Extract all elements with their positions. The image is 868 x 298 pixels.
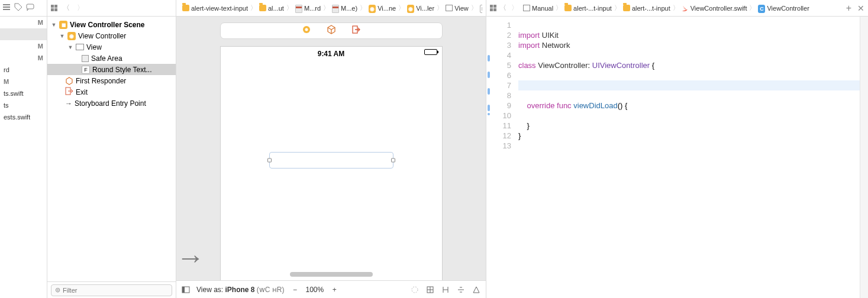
canvas-area[interactable]: 9:41 AM → bbox=[176, 17, 486, 280]
object-exit-icon[interactable] bbox=[351, 25, 361, 37]
tree-exit[interactable]: Exit bbox=[47, 86, 176, 98]
speech-icon[interactable] bbox=[26, 3, 34, 14]
navigator-item[interactable]: ts.swift bbox=[0, 88, 47, 99]
navigator-item[interactable]: rd bbox=[0, 64, 47, 76]
related-items-icon[interactable] bbox=[51, 5, 58, 12]
code-line[interactable]: override func viewDidLoad() { bbox=[518, 101, 860, 111]
code-line[interactable]: } bbox=[518, 131, 860, 141]
line-number[interactable]: 5 bbox=[491, 60, 511, 70]
crumb[interactable]: Manual bbox=[521, 5, 556, 12]
triangle-icon[interactable] bbox=[472, 285, 481, 294]
tree-entrypoint[interactable]: → Storyboard Entry Point bbox=[47, 98, 176, 109]
zoom-out-button[interactable]: − bbox=[291, 285, 300, 294]
jump-bar-left[interactable]: alert-view-text-input〉al...ut〉M...rd〉M..… bbox=[180, 0, 482, 17]
related-items-icon[interactable] bbox=[490, 5, 497, 12]
line-number[interactable]: 13 bbox=[491, 141, 511, 151]
navigator-item[interactable]: M bbox=[0, 76, 47, 88]
device-preview[interactable]: 9:41 AM bbox=[220, 46, 443, 280]
code-line[interactable] bbox=[518, 141, 860, 151]
outline-tree[interactable]: ▼ ◼ View Controller Scene ▼ ◉ View Contr… bbox=[47, 17, 176, 281]
code-line[interactable] bbox=[518, 50, 860, 60]
tree-textfield[interactable]: F Round Style Text... bbox=[47, 64, 176, 75]
embed-icon[interactable] bbox=[425, 285, 435, 294]
line-number[interactable]: 6 bbox=[491, 70, 511, 80]
line-number[interactable]: 8 bbox=[491, 90, 511, 101]
entry-arrow-icon[interactable]: → bbox=[176, 241, 205, 274]
code-line[interactable] bbox=[518, 80, 860, 90]
line-number[interactable]: 12 bbox=[491, 131, 511, 141]
line-gutter[interactable]: 12345678910111213 bbox=[491, 17, 516, 298]
code-line[interactable] bbox=[518, 111, 860, 121]
align-icon[interactable] bbox=[410, 285, 420, 294]
add-editor-button[interactable]: + bbox=[846, 3, 851, 14]
crumb[interactable]: ViewController.swift bbox=[679, 5, 750, 12]
selected-textfield[interactable] bbox=[269, 152, 393, 169]
line-number[interactable]: 11 bbox=[491, 121, 511, 131]
navigator-item[interactable] bbox=[0, 28, 47, 40]
tree-firstresponder[interactable]: First Responder bbox=[47, 75, 176, 86]
tag-icon[interactable] bbox=[14, 3, 22, 14]
crumb[interactable]: al...ut bbox=[257, 5, 286, 12]
line-number[interactable]: 7 bbox=[491, 80, 511, 90]
horizontal-scrollbar[interactable] bbox=[290, 272, 373, 277]
line-number[interactable]: 4 bbox=[491, 50, 511, 60]
outline-filter[interactable]: ⊜ bbox=[51, 284, 172, 296]
line-number[interactable]: 10 bbox=[491, 111, 511, 121]
line-number[interactable]: 1 bbox=[491, 20, 511, 30]
crumb[interactable]: alert-...t-input bbox=[621, 5, 673, 12]
close-editor-button[interactable]: ✕ bbox=[857, 4, 864, 13]
crumb[interactable]: M...e) bbox=[330, 5, 360, 12]
crumb[interactable]: alert-view-text-input bbox=[180, 5, 250, 12]
resize-handle-left[interactable] bbox=[267, 158, 272, 163]
line-number[interactable]: 3 bbox=[491, 40, 511, 50]
textfield-icon: F bbox=[82, 66, 90, 74]
svg-point-10 bbox=[412, 287, 418, 293]
crumb[interactable]: alert-...t-input bbox=[562, 5, 614, 12]
structure-icon[interactable] bbox=[2, 3, 11, 14]
disclosure-icon[interactable]: ▼ bbox=[59, 33, 65, 39]
code-line[interactable]: import Network bbox=[518, 40, 860, 50]
line-number[interactable]: 2 bbox=[491, 30, 511, 40]
navigator-item[interactable]: M bbox=[0, 52, 47, 64]
zoom-level[interactable]: 100% bbox=[306, 286, 324, 294]
navigator-item[interactable]: ts bbox=[0, 99, 47, 111]
code-line[interactable]: } bbox=[518, 121, 860, 131]
crumb[interactable]: ◉Vi...ler bbox=[405, 5, 437, 12]
resolve-icon[interactable] bbox=[456, 285, 466, 294]
view-as-label[interactable]: View as: iPhone 8 (ᴡC ʜR) bbox=[196, 286, 285, 294]
pin-icon[interactable] bbox=[441, 285, 450, 294]
crumb[interactable]: View bbox=[443, 5, 471, 12]
navigator-item[interactable]: ests.swift bbox=[0, 111, 47, 123]
crumb[interactable]: FRound Style Text Field bbox=[477, 5, 482, 12]
minimap-strip[interactable] bbox=[860, 17, 868, 298]
tree-view[interactable]: ▼ View bbox=[47, 41, 176, 53]
disclosure-icon[interactable]: ▼ bbox=[67, 44, 73, 50]
navigator-item[interactable]: M bbox=[0, 40, 47, 52]
resize-handle-right[interactable] bbox=[391, 158, 395, 163]
tree-scene[interactable]: ▼ ◼ View Controller Scene bbox=[47, 19, 176, 30]
object-circle-icon[interactable] bbox=[302, 25, 311, 37]
zoom-in-button[interactable]: + bbox=[330, 285, 339, 294]
back-button[interactable]: 〈 bbox=[60, 3, 72, 13]
code-line[interactable] bbox=[518, 20, 860, 30]
code-area[interactable]: import UIKitimport Network class ViewCon… bbox=[516, 17, 860, 298]
tree-viewcontroller[interactable]: ▼ ◉ View Controller bbox=[47, 30, 176, 41]
crumb[interactable]: ◉Vi...ne bbox=[366, 5, 398, 12]
navigator-item[interactable]: M bbox=[0, 17, 47, 28]
code-line[interactable]: import UIKit bbox=[518, 30, 860, 40]
tree-safearea[interactable]: Safe Area bbox=[47, 53, 176, 64]
toggle-outline-button[interactable] bbox=[181, 285, 191, 294]
jump-bar-right[interactable]: Manual〉alert-...t-input〉alert-...t-input… bbox=[521, 0, 846, 17]
crumb-separator: 〉 bbox=[398, 4, 405, 12]
code-line[interactable] bbox=[518, 70, 860, 80]
disclosure-icon[interactable]: ▼ bbox=[51, 22, 57, 28]
svg-rect-9 bbox=[182, 287, 185, 293]
back-button[interactable]: 〈 bbox=[497, 3, 509, 13]
crumb[interactable]: CViewController bbox=[756, 5, 811, 12]
object-cube-icon[interactable] bbox=[327, 25, 336, 37]
code-line[interactable] bbox=[518, 90, 860, 101]
filter-input[interactable] bbox=[63, 287, 168, 294]
code-line[interactable]: class ViewController: UIViewController { bbox=[518, 60, 860, 70]
line-number[interactable]: 9 bbox=[491, 101, 511, 111]
crumb[interactable]: M...rd bbox=[293, 5, 323, 12]
